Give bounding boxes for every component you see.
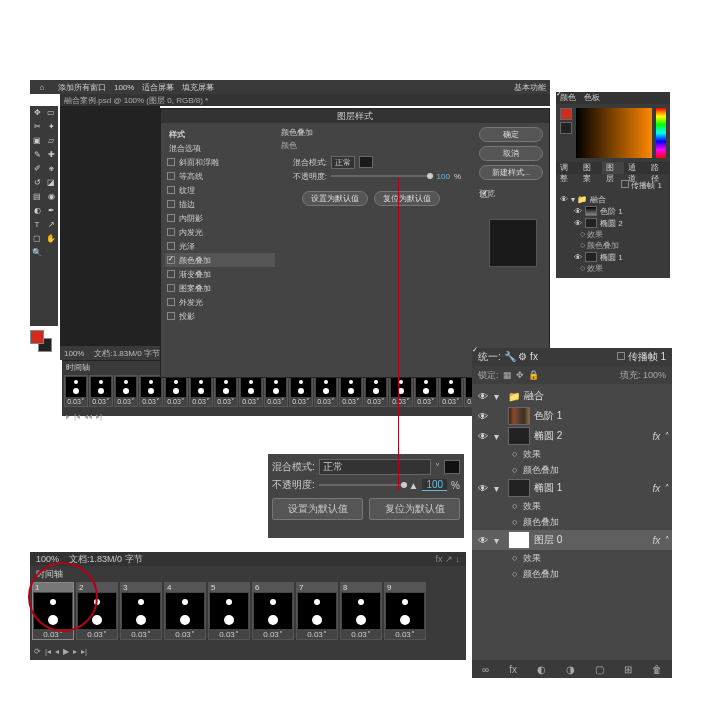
next-frame-icon[interactable]: ▸ xyxy=(73,647,77,656)
overlay-color-swatch[interactable] xyxy=(359,156,373,168)
style-option[interactable]: 斜面和浮雕 xyxy=(165,155,275,169)
layer-effect[interactable]: 效果 xyxy=(472,498,672,514)
styles-header[interactable]: 样式 xyxy=(165,127,275,141)
layer-effect[interactable]: 颜色叠加 xyxy=(472,462,672,478)
trash-icon[interactable]: 🗑 xyxy=(652,664,662,675)
gradient-tool[interactable]: ▤ xyxy=(31,191,43,203)
new-layer-icon[interactable]: ⊞ xyxy=(624,664,632,675)
lb-group[interactable]: 融合 xyxy=(524,389,544,403)
opacity-value[interactable]: 100 xyxy=(437,172,450,181)
menu-fit[interactable]: 适合屏幕 xyxy=(138,82,178,93)
layer-row[interactable]: 👁色阶 1 xyxy=(472,406,672,426)
frame[interactable]: 0.03˅ xyxy=(264,375,288,407)
frame-big[interactable]: 30.03˅ xyxy=(120,582,162,640)
frame-big[interactable]: 70.03˅ xyxy=(296,582,338,640)
dodge-tool[interactable]: ◐ xyxy=(31,205,43,217)
color-field[interactable] xyxy=(576,108,652,158)
shape-tool[interactable]: ▢ xyxy=(31,233,43,245)
style-option[interactable]: 等高线 xyxy=(165,169,275,183)
layer-levels[interactable]: 色阶 1 xyxy=(600,206,623,217)
style-option[interactable]: 外发光 xyxy=(165,295,275,309)
wand-tool[interactable]: ✦ xyxy=(45,121,57,133)
bg-swatch[interactable] xyxy=(560,122,572,134)
fill-value[interactable]: 100% xyxy=(643,370,666,380)
menubar[interactable]: ⌂ 添加所有窗口 100% 适合屏幕 填充屏幕 基本功能 xyxy=(30,80,550,94)
link-icon[interactable]: ∞ xyxy=(482,664,489,675)
layer-ellipse1[interactable]: 椭圆 1 xyxy=(600,252,623,263)
canvas[interactable] xyxy=(60,106,160,346)
lock-all-icon[interactable]: 🔒 xyxy=(528,370,539,380)
frame[interactable]: 0.03˅ xyxy=(214,375,238,407)
layer-effect[interactable]: 颜色叠加 xyxy=(472,566,672,582)
frame[interactable]: 0.03˅ xyxy=(114,375,138,407)
layer-effect[interactable]: 颜色叠加 xyxy=(472,514,672,530)
eyedropper-tool[interactable]: ✎ xyxy=(31,149,43,161)
brush-tool[interactable]: ✐ xyxy=(31,163,43,175)
frame[interactable]: 0.03˅ xyxy=(389,375,413,407)
tab-swatches[interactable]: 色板 xyxy=(580,92,604,104)
zoom-opacity-slider[interactable] xyxy=(319,484,405,486)
frame[interactable]: 0.03˅ xyxy=(189,375,213,407)
next-icon[interactable]: ▸| xyxy=(96,412,102,421)
propagate-frame[interactable]: 传播帧 1 xyxy=(631,181,662,190)
frame-big[interactable]: 90.03˅ xyxy=(384,582,426,640)
menu-workspace[interactable]: 基本功能 xyxy=(510,82,550,93)
ok-button[interactable]: 确定 xyxy=(479,127,543,142)
mask-icon[interactable]: ◐ xyxy=(537,664,546,675)
blend-mode-select[interactable]: 正常 xyxy=(331,156,355,169)
zoom-opacity-value[interactable]: 100 xyxy=(422,479,447,491)
loop-icon[interactable]: ⟳ xyxy=(34,647,41,656)
document-tab[interactable]: 融合案例.psd @ 100% (图层 0, RGB/8) * xyxy=(60,94,550,106)
style-option[interactable]: 渐变叠加 xyxy=(165,267,275,281)
menu-100pct[interactable]: 100% xyxy=(110,83,138,92)
frame[interactable]: 0.03˅ xyxy=(414,375,438,407)
reset-default-button[interactable]: 复位为默认值 xyxy=(374,191,440,206)
move-tool[interactable]: ✥ xyxy=(31,107,43,119)
last-frame-icon[interactable]: ▸| xyxy=(81,647,87,656)
stamp-tool[interactable]: ⎈ xyxy=(45,163,57,175)
group-icon[interactable]: ▢ xyxy=(595,664,604,675)
frame[interactable]: 0.03˅ xyxy=(339,375,363,407)
zoom-tool[interactable]: 🔍 xyxy=(31,247,43,259)
opacity-slider[interactable] xyxy=(331,175,433,177)
frame-big[interactable]: 80.03˅ xyxy=(340,582,382,640)
pen-tool[interactable]: ✒ xyxy=(45,205,57,217)
frame[interactable]: 0.03˅ xyxy=(364,375,388,407)
blur-tool[interactable]: ◉ xyxy=(45,191,57,203)
color-picker[interactable] xyxy=(556,104,670,162)
color-swatches[interactable] xyxy=(30,330,56,356)
style-option[interactable]: 内发光 xyxy=(165,225,275,239)
layer-ellipse2[interactable]: 椭圆 2 xyxy=(600,218,623,229)
layer-effect[interactable]: 效果 xyxy=(472,446,672,462)
frame-tool[interactable]: ▱ xyxy=(45,135,57,147)
make-default-button[interactable]: 设置为默认值 xyxy=(302,191,368,206)
frame[interactable]: 0.03˅ xyxy=(314,375,338,407)
layer-row[interactable]: 👁▾椭圆 1fx ˄ xyxy=(472,478,672,498)
preview-checkbox[interactable]: 预览 xyxy=(479,188,543,199)
menu-all-windows[interactable]: 添加所有窗口 xyxy=(54,82,110,93)
text-tool[interactable]: T xyxy=(31,219,43,231)
first-icon[interactable]: ◂◂ xyxy=(84,412,92,421)
style-option[interactable]: 颜色叠加 xyxy=(165,253,275,267)
frame-big[interactable]: 50.03˅ xyxy=(208,582,250,640)
fx-icon[interactable]: fx xyxy=(509,664,517,675)
frame[interactable]: 0.03˅ xyxy=(139,375,163,407)
prev-frame-icon[interactable]: ◂ xyxy=(55,647,59,656)
frame[interactable]: 0.03˅ xyxy=(439,375,463,407)
style-option[interactable]: 投影 xyxy=(165,309,275,323)
frame[interactable]: 0.03˅ xyxy=(289,375,313,407)
frame[interactable]: 0.03˅ xyxy=(64,375,88,407)
frame[interactable]: 0.03˅ xyxy=(239,375,263,407)
adjustment-icon[interactable]: ◑ xyxy=(566,664,575,675)
lasso-tool[interactable]: ✂ xyxy=(31,121,43,133)
hand-tool[interactable]: ✋ xyxy=(45,233,57,245)
fg-color[interactable] xyxy=(30,330,44,344)
prev-icon[interactable]: |◂ xyxy=(74,412,80,421)
layer-row[interactable]: 👁▾图层 0fx ˄ xyxy=(472,530,672,550)
crop-tool[interactable]: ▣ xyxy=(31,135,43,147)
zoom-level[interactable]: 100% xyxy=(64,349,84,358)
style-option[interactable]: 内阴影 xyxy=(165,211,275,225)
cancel-button[interactable]: 取消 xyxy=(479,146,543,161)
menu-fill[interactable]: 填充屏幕 xyxy=(178,82,218,93)
zoom-make-default[interactable]: 设置为默认值 xyxy=(272,498,363,520)
